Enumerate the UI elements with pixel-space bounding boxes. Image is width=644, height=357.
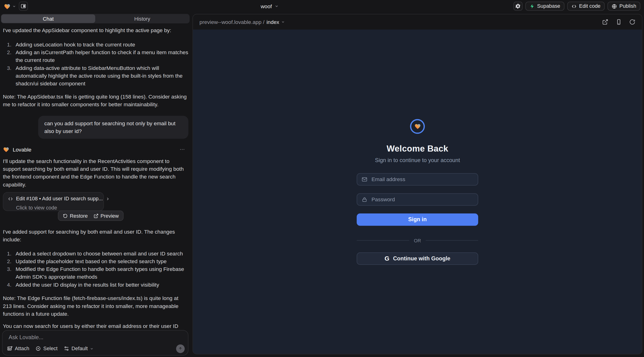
preview-url-domain: preview--woof.lovable.app /	[200, 19, 264, 25]
chat-composer: Attach Select Defa	[2, 330, 188, 356]
mode-label: Default	[72, 346, 88, 352]
lovable-app-window: woof Supabase Edit code	[0, 0, 644, 357]
preview-viewport: Welcome Back Sign in to continue to your…	[193, 30, 642, 354]
email-field	[357, 173, 478, 186]
chat-input[interactable]	[8, 333, 183, 343]
attach-button[interactable]: Attach	[7, 346, 29, 352]
preview-topbar: preview--woof.lovable.app / index	[193, 14, 642, 30]
project-name: woof	[260, 3, 272, 9]
attach-label: Attach	[15, 346, 29, 352]
list-item: Updated the placeholder text based on th…	[16, 257, 188, 265]
preview-url[interactable]: preview--woof.lovable.app / index	[200, 19, 285, 25]
user-message-text: can you add support for searching not on…	[44, 120, 182, 135]
divider-label: OR	[414, 238, 421, 243]
supabase-bolt-icon	[529, 4, 535, 9]
preview-button[interactable]: Preview	[91, 211, 121, 220]
supabase-label: Supabase	[537, 3, 560, 9]
google-signin-button[interactable]: G Continue with Google	[357, 252, 478, 264]
sliders-icon	[64, 346, 70, 352]
list-item: Adding data-active attribute to SidebarM…	[16, 64, 188, 88]
or-divider: OR	[357, 238, 478, 243]
topbar-right: Supabase Edit code Publish	[513, 2, 644, 11]
chat-messages: I've updated the AppSidebar component to…	[0, 26, 190, 352]
assistant-message-text: I've updated the AppSidebar component to…	[3, 26, 188, 34]
preview-pane: preview--woof.lovable.app / index	[192, 14, 642, 354]
edit-code-label: Edit code	[579, 3, 600, 9]
password-field	[357, 193, 478, 206]
globe-icon	[612, 4, 617, 9]
select-label: Select	[44, 346, 58, 352]
project-menu[interactable]: woof	[260, 0, 279, 12]
edit-card-group: Edit #108 • Add user ID search supp... C…	[3, 192, 188, 220]
preview-actions	[602, 19, 636, 25]
list-item: Added a select dropdown to choose betwee…	[16, 250, 188, 257]
settings-button[interactable]	[513, 2, 522, 11]
tab-chat[interactable]: Chat	[1, 14, 95, 23]
code-icon	[571, 4, 577, 9]
chevron-down-icon	[281, 20, 285, 24]
app-logo	[410, 119, 425, 134]
topbar-left	[0, 2, 28, 11]
google-signin-label: Continue with Google	[393, 256, 450, 262]
assistant-note-text: Note: The AppSidebar.tsx file is getting…	[3, 93, 188, 108]
external-link-icon	[94, 213, 98, 218]
crosshair-icon	[36, 346, 41, 352]
mobile-view-button[interactable]	[616, 19, 622, 25]
restore-icon	[63, 213, 68, 218]
select-button[interactable]: Select	[36, 346, 58, 352]
restore-label: Restore	[70, 213, 88, 218]
open-in-new-tab-button[interactable]	[602, 19, 608, 25]
assistant-name: Lovable	[13, 146, 32, 153]
change-list: Added a select dropdown to choose betwee…	[3, 250, 188, 288]
divider-line	[357, 240, 410, 241]
list-item: Adding an isCurrentPath helper function …	[16, 48, 188, 64]
edit-hover-toolbar: Restore Preview	[58, 211, 124, 221]
edit-card[interactable]: Edit #108 • Add user ID search supp... C…	[3, 192, 104, 211]
email-input[interactable]	[370, 176, 473, 183]
image-plus-icon	[7, 346, 13, 352]
assistant-header: Lovable	[3, 146, 188, 153]
lock-icon	[362, 196, 368, 202]
supabase-button[interactable]: Supabase	[525, 2, 564, 11]
list-item: Adding useLocation hook to track the cur…	[16, 40, 188, 48]
user-message: can you add support for searching not on…	[38, 116, 188, 139]
edit-code-button[interactable]: Edit code	[567, 2, 604, 11]
lovable-logo-menu[interactable]	[4, 2, 16, 10]
tab-history[interactable]: History	[95, 14, 189, 23]
lovable-heart-avatar	[3, 146, 10, 153]
mode-select-button[interactable]: Default	[64, 346, 94, 352]
refresh-button[interactable]	[629, 19, 635, 25]
google-g-icon: G	[384, 255, 389, 262]
lovable-heart-logo-icon	[4, 2, 11, 10]
publish-label: Publish	[620, 3, 636, 9]
toggle-sidebar-button[interactable]	[19, 2, 28, 11]
send-button[interactable]	[176, 344, 185, 353]
publish-button[interactable]: Publish	[608, 2, 640, 11]
signin-button[interactable]: Sign in	[357, 213, 478, 226]
composer-toolbar: Attach Select Defa	[7, 344, 185, 353]
chat-panel: Chat History I've updated the AppSidebar…	[0, 12, 190, 357]
chat-history-tabs: Chat History	[1, 14, 190, 24]
assistant-message-text: I'll update the search functionality in …	[3, 157, 188, 188]
signin-card: Welcome Back Sign in to continue to your…	[357, 119, 478, 264]
chevron-down-icon	[12, 4, 16, 8]
divider-line	[426, 240, 478, 241]
assistant-note-text: Note: The Edge Function file (fetch-fire…	[3, 294, 188, 318]
topbar: woof Supabase Edit code	[0, 0, 644, 12]
edit-card-title: Edit #108 • Add user ID search supp...	[16, 195, 103, 203]
chevron-right-icon	[106, 196, 110, 201]
restore-button[interactable]: Restore	[60, 211, 90, 220]
password-input[interactable]	[370, 196, 473, 203]
signin-title: Welcome Back	[386, 144, 448, 154]
change-list: Adding useLocation hook to track the cur…	[3, 40, 188, 88]
mail-icon	[362, 176, 368, 182]
chevron-down-icon	[275, 4, 279, 8]
assistant-message-text: I've added support for searching by both…	[3, 228, 188, 244]
list-item: Added the user ID display in the results…	[16, 281, 188, 288]
list-item: Modified the Edge Function to handle bot…	[16, 265, 188, 281]
signin-subtitle: Sign in to continue to your account	[375, 157, 460, 163]
preview-label: Preview	[100, 213, 119, 218]
preview-url-page: index	[266, 19, 279, 25]
message-options-button[interactable]	[180, 146, 185, 152]
code-icon	[8, 196, 13, 202]
